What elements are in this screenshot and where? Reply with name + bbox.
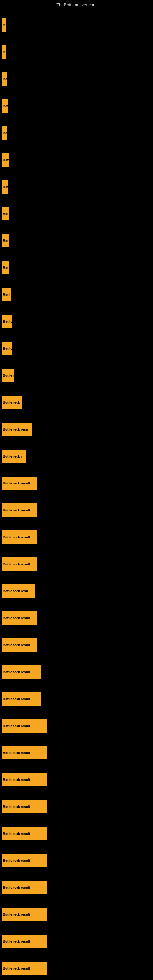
bar-4: Bo	[2, 126, 7, 140]
bar-label-16: Bottleneck r	[3, 455, 22, 458]
bar-20: Bottleneck result	[2, 557, 37, 571]
bar-label-31: Bottleneck result	[3, 859, 30, 862]
bar-label-0: B	[3, 23, 5, 27]
bar-13: Bottlen	[2, 369, 14, 382]
bar-row: Bottleneck result	[2, 847, 153, 874]
bar-row: Bottleneck result	[2, 712, 153, 739]
bar-label-12: Bottle	[3, 347, 12, 350]
bar-18: Bottleneck result	[2, 503, 37, 517]
bar-row: Bottleneck resu	[2, 578, 153, 605]
bar-label-18: Bottleneck result	[3, 508, 30, 512]
bar-row: Bottleneck result	[2, 820, 153, 847]
bar-31: Bottleneck result	[2, 854, 48, 867]
bar-row: Bottleneck result	[2, 928, 153, 955]
bar-22: Bottleneck result	[2, 611, 37, 625]
bar-label-13: Bottlen	[3, 374, 14, 377]
bar-label-8: Bott	[3, 239, 10, 243]
bar-35: Bottleneck result	[2, 962, 48, 975]
bar-label-11: Bottle	[3, 320, 12, 323]
bar-label-7: Bott	[3, 212, 10, 216]
bar-label-17: Bottleneck result	[3, 481, 30, 485]
bar-row: B	[2, 38, 153, 65]
bar-33: Bottleneck result	[2, 908, 48, 921]
bar-29: Bottleneck result	[2, 800, 48, 813]
bar-row: Bott	[2, 200, 153, 227]
bar-label-5: Bott	[3, 158, 10, 162]
bar-5: Bott	[2, 153, 10, 167]
bar-row: Bottleneck result	[2, 766, 153, 793]
bar-24: Bottleneck result	[2, 665, 41, 679]
bar-15: Bottleneck resu	[2, 423, 32, 436]
bar-label-24: Bottleneck result	[3, 670, 30, 674]
bar-row: B	[2, 12, 153, 38]
bar-row: Bottleneck result	[2, 955, 153, 980]
bar-label-34: Bottleneck result	[3, 940, 30, 943]
bar-label-28: Bottleneck result	[3, 778, 30, 781]
bar-label-1: B	[3, 50, 5, 54]
bar-7: Bott	[2, 207, 10, 221]
bar-19: Bottleneck result	[2, 530, 37, 544]
bar-14: Bottleneck	[2, 396, 22, 409]
bar-row: Bot	[2, 92, 153, 119]
bar-25: Bottleneck result	[2, 692, 41, 706]
bar-9: Bott	[2, 261, 10, 274]
bar-row: Bottleneck result	[2, 659, 153, 686]
bar-16: Bottleneck r	[2, 450, 26, 463]
bar-2: Bo	[2, 72, 7, 86]
site-title: TheBottlenecker.com	[0, 0, 153, 9]
bar-row: Bottleneck result	[2, 470, 153, 497]
bar-row: Bottleneck result	[2, 497, 153, 524]
bar-row: Bottleneck resu	[2, 416, 153, 443]
bar-label-29: Bottleneck result	[3, 805, 30, 808]
bar-row: Bottleneck	[2, 389, 153, 416]
bar-3: Bot	[2, 99, 8, 113]
bar-label-25: Bottleneck result	[3, 697, 30, 701]
bar-23: Bottleneck result	[2, 638, 37, 652]
bar-row: Bottlen	[2, 362, 153, 389]
bar-34: Bottleneck result	[2, 935, 48, 948]
bar-label-32: Bottleneck result	[3, 886, 30, 889]
bar-label-6: Bot	[3, 185, 8, 189]
bars-container: BBBoBotBoBottBotBottBottBottBottlBottleB…	[0, 9, 153, 980]
bar-row: Bottleneck result	[2, 632, 153, 659]
bar-label-30: Bottleneck result	[3, 832, 30, 835]
bar-row: Bottle	[2, 308, 153, 335]
bar-row: Bot	[2, 173, 153, 200]
bar-label-27: Bottleneck result	[3, 751, 30, 755]
bar-label-23: Bottleneck result	[3, 643, 30, 647]
bar-30: Bottleneck result	[2, 827, 48, 840]
bar-0: B	[2, 18, 6, 32]
bar-row: Bo	[2, 119, 153, 146]
bar-label-35: Bottleneck result	[3, 967, 30, 970]
bar-11: Bottle	[2, 315, 12, 328]
bar-label-20: Bottleneck result	[3, 562, 30, 566]
bar-row: Bottleneck result	[2, 686, 153, 712]
bar-row: Bottle	[2, 335, 153, 362]
bar-row: Bottleneck r	[2, 443, 153, 470]
bar-1: B	[2, 45, 6, 59]
bar-label-3: Bot	[3, 104, 8, 108]
bar-26: Bottleneck result	[2, 719, 48, 733]
bar-label-21: Bottleneck resu	[3, 589, 28, 593]
bar-10: Bottl	[2, 288, 11, 301]
bar-row: Bott	[2, 227, 153, 254]
bar-label-2: Bo	[3, 77, 7, 81]
bar-label-10: Bottl	[3, 293, 10, 296]
bar-label-26: Bottleneck result	[3, 724, 30, 728]
bar-row: Bottl	[2, 281, 153, 308]
bar-27: Bottleneck result	[2, 746, 48, 759]
bar-row: Bottleneck result	[2, 550, 153, 578]
bar-12: Bottle	[2, 342, 12, 355]
bar-row: Bottleneck result	[2, 739, 153, 766]
bar-row: Bott	[2, 146, 153, 173]
bar-label-22: Bottleneck result	[3, 616, 30, 620]
bar-row: Bottleneck result	[2, 901, 153, 928]
bar-label-15: Bottleneck resu	[3, 428, 28, 431]
bar-label-33: Bottleneck result	[3, 913, 30, 916]
bar-6: Bot	[2, 180, 8, 194]
bar-8: Bott	[2, 234, 10, 247]
bar-row: Bo	[2, 65, 153, 92]
bar-17: Bottleneck result	[2, 477, 37, 490]
bar-label-14: Bottleneck	[3, 401, 20, 404]
bar-row: Bottleneck result	[2, 524, 153, 550]
